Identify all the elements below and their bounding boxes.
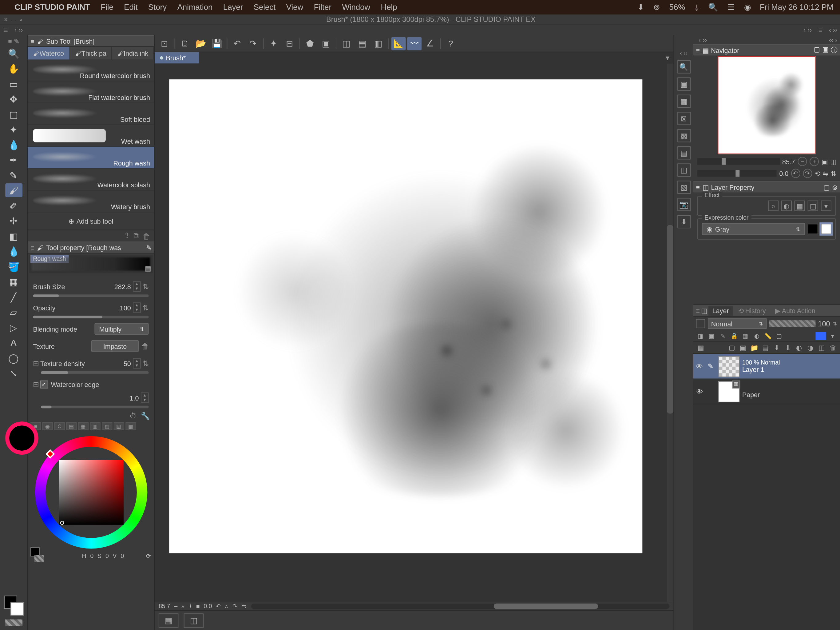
hamburger-icon[interactable]: ≡ bbox=[696, 307, 700, 314]
zoom-readout[interactable]: 85.7 bbox=[159, 603, 171, 610]
tool-operation[interactable]: ▭ bbox=[5, 77, 22, 91]
sync-icon[interactable]: ⊚ bbox=[654, 3, 660, 12]
opacity-value[interactable]: 100 bbox=[120, 304, 131, 312]
cmd-open[interactable]: 📂 bbox=[194, 36, 208, 50]
layer-thumbnail[interactable] bbox=[718, 356, 739, 377]
new-vector[interactable]: ▣ bbox=[738, 344, 747, 351]
lp-tab2[interactable]: ⊚ bbox=[832, 184, 837, 191]
tool-fill[interactable]: 🪣 bbox=[5, 259, 22, 273]
texture-select[interactable]: Impasto bbox=[91, 340, 139, 352]
right-chev3[interactable]: ‹‹ › bbox=[826, 36, 840, 43]
visibility-icon[interactable]: 👁 bbox=[696, 362, 705, 370]
subtool-tab-india[interactable]: 🖌India ink bbox=[112, 47, 154, 60]
battery-icon[interactable]: 56% bbox=[669, 3, 685, 12]
visibility-icon[interactable]: 👁 bbox=[696, 388, 705, 396]
dropbox-icon[interactable]: ⬇ bbox=[637, 3, 644, 12]
color-trans-swatch[interactable] bbox=[35, 555, 44, 562]
tool-layermove[interactable]: ✥ bbox=[5, 92, 22, 106]
menu-animation[interactable]: Animation bbox=[177, 3, 213, 12]
canvas-viewport[interactable]: 85.7 – ▵ + ■ 0.0 ↶ ▵ ↷ ⇋ bbox=[155, 64, 673, 610]
tool-ruler[interactable]: ▷ bbox=[5, 320, 22, 334]
quick-3d[interactable]: ▧ bbox=[677, 180, 690, 194]
cmd-undo[interactable]: ↶ bbox=[230, 36, 245, 50]
rotate-slider[interactable] bbox=[697, 170, 777, 177]
cmd-snap-grid[interactable]: ∠ bbox=[423, 36, 437, 50]
opacity-spinner[interactable]: ▲▼ bbox=[133, 302, 141, 313]
wedge-checkbox[interactable]: ✓ bbox=[40, 380, 48, 388]
lock-trans-icon[interactable]: ▦ bbox=[741, 332, 750, 339]
nav-reset[interactable]: ⟲ bbox=[815, 170, 820, 177]
opacity-spinner[interactable]: ⇅ bbox=[833, 321, 837, 326]
tool-figure[interactable]: ╱ bbox=[5, 290, 22, 304]
zoom-in[interactable]: + bbox=[189, 603, 192, 610]
tool-balloon[interactable]: ◯ bbox=[5, 351, 22, 364]
duplicate-icon[interactable]: ⧉ bbox=[133, 232, 139, 240]
quick-pattern[interactable]: ⊠ bbox=[677, 112, 690, 125]
window-zoom[interactable]: ▫ bbox=[19, 16, 22, 23]
document-tab[interactable]: Brush* bbox=[155, 52, 199, 64]
right-hamburger[interactable]: ≡ bbox=[815, 26, 826, 33]
layer-row[interactable]: 👁 ▦ Paper bbox=[693, 379, 840, 405]
texture-trash[interactable]: 🗑 bbox=[141, 342, 149, 350]
toolstrip-menu[interactable]: ≡ ✎ bbox=[8, 38, 19, 45]
tool-magnify[interactable]: 🔍 bbox=[5, 46, 22, 60]
quick-texture[interactable]: ▤ bbox=[677, 146, 690, 159]
expr-white[interactable] bbox=[821, 224, 831, 234]
color-tab[interactable]: C bbox=[54, 423, 65, 431]
color-refresh-icon[interactable]: ⟳ bbox=[146, 552, 151, 559]
tool-pencil[interactable]: ✎ bbox=[5, 168, 22, 182]
export-icon[interactable]: ⇪ bbox=[123, 232, 129, 240]
app-name[interactable]: CLIP STUDIO PAINT bbox=[14, 3, 90, 12]
siri-icon[interactable]: ◉ bbox=[744, 3, 750, 12]
nav-fit[interactable]: ▣ bbox=[821, 158, 827, 165]
layer-opacity-value[interactable]: 100 bbox=[818, 320, 830, 328]
texdensity-spinner[interactable]: ▲▼ bbox=[133, 358, 141, 369]
new-mask[interactable]: ◐ bbox=[794, 344, 804, 351]
new-frame[interactable]: ▤ bbox=[761, 344, 770, 351]
wedge-spinner[interactable]: ▲▼ bbox=[141, 393, 149, 403]
wrench-icon[interactable]: 🔧 bbox=[141, 411, 150, 420]
zoom-100[interactable]: ■ bbox=[196, 603, 200, 610]
effect-tone[interactable]: ◐ bbox=[781, 201, 792, 211]
cmd-clear[interactable]: ✦ bbox=[266, 36, 281, 50]
color-square[interactable] bbox=[58, 460, 123, 525]
cmd-help[interactable]: ? bbox=[444, 36, 458, 50]
rotate-left[interactable]: ↶ bbox=[216, 603, 221, 610]
zoom-out[interactable]: – bbox=[174, 603, 177, 610]
tool-pen[interactable]: ✒ bbox=[5, 153, 22, 167]
brush-item[interactable]: Round watercolor brush bbox=[28, 60, 154, 82]
cmd-redo[interactable]: ↷ bbox=[246, 36, 261, 50]
menu-filter[interactable]: Filter bbox=[314, 3, 332, 12]
rightstrip-chev[interactable]: ‹ ›› bbox=[680, 49, 687, 56]
tool-frame[interactable]: ▱ bbox=[5, 305, 22, 319]
expr-black[interactable] bbox=[808, 224, 818, 234]
add-subtool[interactable]: ⊕Add sub tool bbox=[28, 212, 154, 230]
tool-eraser[interactable]: ◧ bbox=[5, 229, 22, 243]
navigator-header[interactable]: ≡ ▦ Navigator ▢▣ⓘ bbox=[693, 44, 840, 56]
zoom-reset[interactable]: ▵ bbox=[182, 603, 185, 610]
color-dd[interactable]: ▾ bbox=[828, 332, 837, 339]
brush-item[interactable]: Watercolor splash bbox=[28, 169, 154, 191]
delete-layer[interactable]: 🗑 bbox=[828, 344, 837, 351]
menu-view[interactable]: View bbox=[286, 3, 303, 12]
quick-color-ring[interactable] bbox=[5, 421, 38, 455]
nav-zoom-value[interactable]: 85.7 bbox=[782, 158, 795, 165]
color-tab[interactable]: ▨ bbox=[102, 423, 112, 431]
left-chev[interactable]: ‹ ›› bbox=[12, 26, 25, 33]
menu-select[interactable]: Select bbox=[254, 3, 276, 12]
color-swatch[interactable] bbox=[4, 595, 24, 616]
window-close[interactable]: × bbox=[4, 16, 8, 23]
effect-layer[interactable]: ◫ bbox=[808, 201, 818, 211]
tool-marquee[interactable]: ▢ bbox=[5, 108, 22, 121]
preview-menu-icon[interactable]: ▤ bbox=[145, 265, 151, 272]
cmd-snap[interactable]: ▥ bbox=[371, 36, 385, 50]
ref-icon[interactable]: ▣ bbox=[707, 332, 717, 339]
quick-tone[interactable]: ▩ bbox=[677, 129, 690, 142]
menu-layer[interactable]: Layer bbox=[223, 3, 243, 12]
brush-size-value[interactable]: 282.8 bbox=[114, 283, 131, 290]
navigator-preview[interactable] bbox=[693, 56, 840, 154]
quick-magnify[interactable]: 🔍 bbox=[677, 60, 690, 73]
tab-autoaction[interactable]: ▶ Auto Action bbox=[771, 306, 819, 316]
blend-mode-select[interactable]: Multiply⇅ bbox=[95, 323, 148, 335]
tool-text[interactable]: A bbox=[5, 336, 22, 350]
